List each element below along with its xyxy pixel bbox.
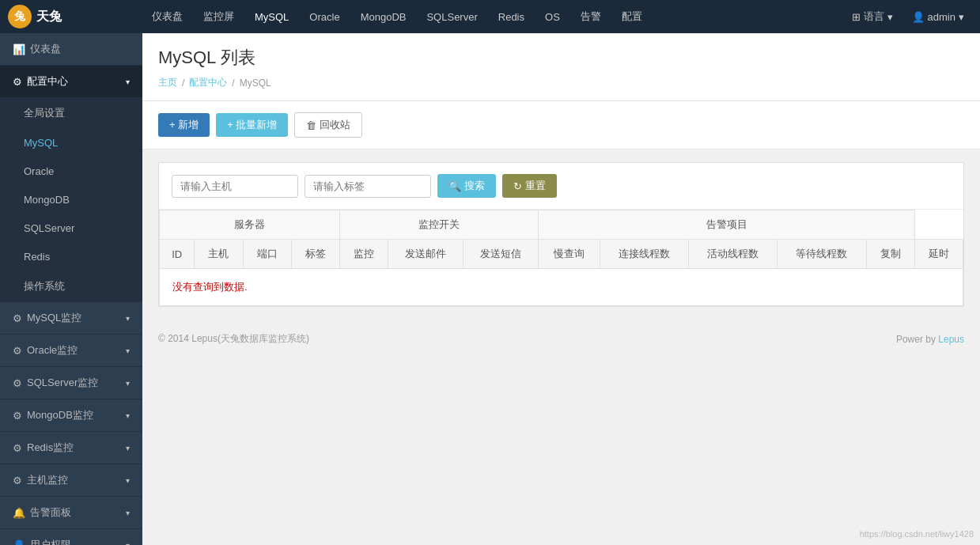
breadcrumb-home[interactable]: 主页: [158, 76, 177, 89]
chevron-down-icon: ▾: [126, 346, 130, 355]
col-slow-query: 慢查询: [539, 240, 600, 269]
page-header: MySQL 列表 主页 / 配置中心 / MySQL: [142, 33, 980, 101]
sidebar-item-oracle-monitor[interactable]: ⚙ Oracle监控 ▾: [0, 335, 142, 367]
main-content: MySQL 列表 主页 / 配置中心 / MySQL + 新增 + 批量新增 🗑…: [142, 33, 980, 545]
data-table: 服务器 监控开关 告警项目 ID 主机 端口 标签 监控 发送邮件 发送短信 慢…: [159, 210, 963, 306]
sidebar-item-label: Oracle监控: [27, 343, 78, 358]
nav-redis[interactable]: Redis: [489, 6, 534, 28]
recycle-button[interactable]: 🗑 回收站: [294, 112, 362, 138]
nav-monitor-screen[interactable]: 监控屏: [194, 5, 244, 28]
bell-icon: 🔔: [13, 507, 25, 519]
monitor-group-header: 监控开关: [339, 210, 538, 240]
server-group-header: 服务器: [160, 210, 340, 240]
sidebar-item-label: 操作系统: [24, 279, 65, 293]
col-replication: 复制: [866, 240, 914, 269]
no-data-message: 没有查询到数据.: [160, 269, 963, 306]
sidebar-item-oracle[interactable]: Oracle: [0, 157, 142, 186]
col-delay: 延时: [914, 240, 963, 269]
chevron-down-icon: ▾: [126, 476, 130, 485]
nav-mysql[interactable]: MySQL: [245, 6, 298, 28]
grid-icon: ⊞: [852, 11, 861, 23]
col-tag: 标签: [291, 240, 339, 269]
lepus-link[interactable]: Lepus: [938, 334, 964, 345]
col-port: 端口: [243, 240, 291, 269]
sidebar-item-label: Redis: [24, 251, 50, 263]
settings-icon: ⚙: [13, 442, 22, 454]
nav-sqlserver[interactable]: SQLServer: [417, 6, 486, 28]
sidebar-item-user-permissions[interactable]: 👤 用户权限 ▾: [0, 529, 142, 545]
tag-search-input[interactable]: [305, 175, 431, 198]
breadcrumb-current: MySQL: [240, 78, 271, 89]
sidebar-item-label: Oracle: [24, 165, 54, 177]
logo[interactable]: 兔 天兔: [8, 5, 142, 28]
col-id: ID: [160, 240, 195, 269]
settings-icon: ⚙: [13, 410, 22, 422]
host-search-input[interactable]: [172, 175, 298, 198]
logo-text: 天兔: [36, 9, 62, 25]
settings-icon: ⚙: [13, 345, 22, 357]
sidebar-item-os[interactable]: 操作系统: [0, 271, 142, 302]
chevron-down-icon: ▾: [887, 11, 893, 23]
sidebar-item-label: 配置中心: [27, 74, 68, 89]
table-body: 没有查询到数据.: [160, 269, 963, 306]
settings-icon: ⚙: [13, 312, 22, 324]
sidebar-item-label: MongoDB: [24, 194, 70, 206]
sidebar-item-redis[interactable]: Redis: [0, 243, 142, 271]
user-icon: 👤: [912, 11, 925, 23]
settings-icon: ⚙: [13, 377, 22, 389]
col-email: 发送邮件: [388, 240, 464, 269]
logo-icon: 兔: [8, 5, 32, 28]
sidebar-item-label: 全局设置: [24, 106, 65, 120]
sidebar-item-global-settings[interactable]: 全局设置: [0, 98, 142, 129]
nav-alerts[interactable]: 告警: [571, 5, 611, 28]
chevron-down-icon: ▾: [126, 314, 130, 323]
breadcrumb-sep: /: [232, 78, 234, 89]
breadcrumb-config[interactable]: 配置中心: [189, 76, 227, 89]
nav-dashboard[interactable]: 仪表盘: [142, 5, 192, 28]
sidebar-item-mysql-monitor[interactable]: ⚙ MySQL监控 ▾: [0, 302, 142, 335]
nav-os[interactable]: OS: [535, 6, 569, 28]
sidebar-item-label: 仪表盘: [30, 42, 61, 56]
search-button[interactable]: 🔍 搜索: [437, 174, 496, 198]
nav-right: ⊞ 语言 ▾ 👤 admin ▾: [844, 5, 972, 28]
chevron-down-icon: ▾: [126, 379, 130, 388]
footer: © 2014 Lepus(天兔数据库监控系统) Power by Lepus: [142, 320, 980, 358]
col-active-threads: 活动线程数: [689, 240, 778, 269]
add-button[interactable]: + 新增: [158, 113, 210, 137]
col-wait-threads: 等待线程数: [778, 240, 866, 269]
reset-button[interactable]: ↻ 重置: [502, 174, 557, 198]
sidebar-item-redis-monitor[interactable]: ⚙ Redis监控 ▾: [0, 432, 142, 464]
chevron-down-icon: ▾: [126, 411, 130, 420]
language-button[interactable]: ⊞ 语言 ▾: [844, 5, 901, 28]
chevron-down-icon: ▾: [126, 444, 130, 452]
chevron-down-icon: ▾: [126, 509, 130, 517]
nav-oracle[interactable]: Oracle: [300, 6, 349, 28]
search-bar: 🔍 搜索 ↻ 重置: [159, 163, 963, 210]
nav-mongodb[interactable]: MongoDB: [351, 6, 416, 28]
sidebar-item-sqlserver[interactable]: SQLServer: [0, 214, 142, 243]
sidebar-item-mongodb-monitor[interactable]: ⚙ MongoDB监控 ▾: [0, 399, 142, 432]
col-sms: 发送短信: [464, 240, 539, 269]
search-icon: 🔍: [448, 180, 461, 192]
chevron-down-icon: ▾: [126, 78, 130, 86]
sidebar-item-mysql[interactable]: MySQL: [0, 129, 142, 157]
toolbar: + 新增 + 批量新增 🗑 回收站: [142, 101, 980, 149]
sidebar-item-dashboard[interactable]: 📊 仪表盘: [0, 33, 142, 66]
sidebar-item-label: MySQL监控: [27, 311, 81, 325]
col-monitor: 监控: [339, 240, 388, 269]
sidebar-item-config-center[interactable]: ⚙ 配置中心 ▾: [0, 66, 142, 98]
admin-button[interactable]: 👤 admin ▾: [904, 6, 972, 28]
nav-config[interactable]: 配置: [612, 5, 652, 28]
sidebar-item-host-monitor[interactable]: ⚙ 主机监控 ▾: [0, 464, 142, 497]
sidebar-item-alert-panel[interactable]: 🔔 告警面板 ▾: [0, 497, 142, 529]
sidebar-item-label: SQLServer: [24, 222, 74, 234]
page-title: MySQL 列表: [158, 46, 964, 70]
table-header: 服务器 监控开关 告警项目 ID 主机 端口 标签 监控 发送邮件 发送短信 慢…: [160, 210, 963, 269]
powered-by: Power by Lepus: [896, 334, 964, 345]
batch-add-button[interactable]: + 批量新增: [216, 113, 288, 137]
sidebar-item-sqlserver-monitor[interactable]: ⚙ SQLServer监控 ▾: [0, 367, 142, 399]
table-area: 🔍 搜索 ↻ 重置 服务器 监控开关 告警项目 ID: [158, 162, 964, 307]
chevron-down-icon: ▾: [126, 541, 130, 546]
refresh-icon: ↻: [513, 180, 522, 192]
sidebar-item-mongodb[interactable]: MongoDB: [0, 186, 142, 214]
